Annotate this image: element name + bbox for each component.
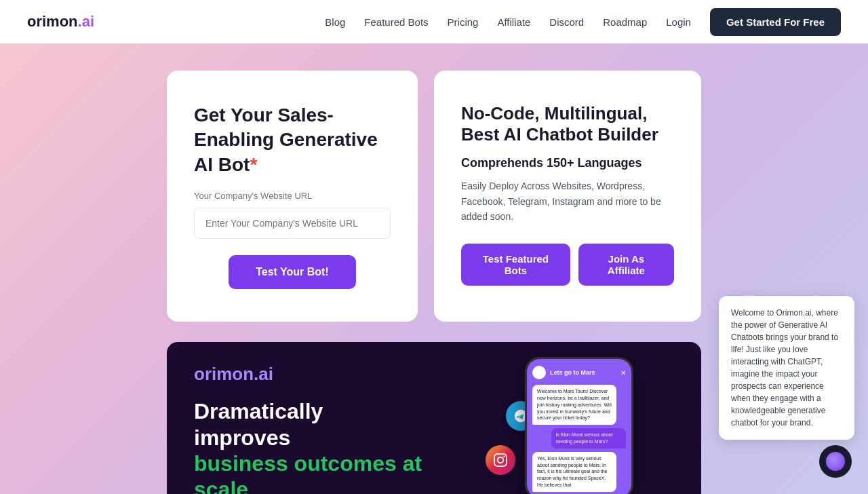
bottom-logo: orimon.ai (194, 364, 425, 385)
left-card-title: Get Your Sales-Enabling Generative AI Bo… (194, 103, 391, 177)
logo-text: orimon.ai (27, 13, 94, 30)
test-featured-bots-button[interactable]: Test Featured Bots (461, 244, 570, 286)
phone-screen: Lets go to Mars ✕ Welcome to Mars Tours!… (527, 359, 631, 494)
right-card: No-Code, Multilingual, Best AI Chatbot B… (434, 71, 701, 322)
nav-roadmap[interactable]: Roadmap (603, 16, 647, 28)
nav-blog[interactable]: Blog (325, 16, 345, 28)
chatbot-bubble: Welcome to Orimon.ai, where the power of… (719, 296, 854, 440)
chatbot-avatar-icon (826, 452, 845, 471)
phone-close-icon: ✕ (620, 369, 626, 377)
join-as-affiliate-button[interactable]: Join As Affiliate (578, 244, 674, 286)
get-started-button[interactable]: Get Started For Free (710, 8, 841, 36)
nav-links: Blog Featured Bots Pricing Affiliate Dis… (325, 8, 841, 36)
card-subtitle: Comprehends 150+ Languages (461, 156, 674, 170)
logo: orimon.ai (27, 13, 94, 31)
instagram-icon (486, 445, 515, 475)
bottom-center-visual: Lets go to Mars ✕ Welcome to Mars Tours!… (438, 364, 674, 494)
nav-affiliate[interactable]: Affiliate (497, 16, 530, 28)
phone-header: Lets go to Mars ✕ (532, 366, 626, 379)
test-bot-button[interactable]: Test Your Bot! (229, 255, 356, 289)
nav-discord[interactable]: Discord (549, 16, 584, 28)
chat-msg-3: Yes, Elon Musk is very serious about sen… (532, 452, 616, 492)
phone-header-title: Lets go to Mars (550, 369, 595, 376)
chatbot-avatar-button[interactable] (819, 445, 852, 478)
chat-msg-1: Welcome to Mars Tours! Discover new hori… (532, 385, 616, 425)
left-card: Get Your Sales-Enabling Generative AI Bo… (167, 71, 418, 322)
navbar: orimon.ai Blog Featured Bots Pricing Aff… (0, 0, 868, 43)
bottom-section: orimon.ai Dramatically improves business… (167, 342, 701, 494)
nav-pricing[interactable]: Pricing (448, 16, 479, 28)
nav-featured-bots[interactable]: Featured Bots (364, 16, 428, 28)
hero-section: Get Your Sales-Enabling Generative AI Bo… (0, 43, 868, 322)
nav-login[interactable]: Login (666, 16, 691, 28)
chat-msg-2: Is Elon Musk serious about sending peopl… (551, 428, 626, 449)
url-input[interactable] (194, 208, 391, 239)
bottom-left-content: orimon.ai Dramatically improves business… (194, 364, 425, 494)
phone-avatar (532, 366, 546, 379)
right-card-buttons: Test Featured Bots Join As Affiliate (461, 244, 674, 286)
phone-mockup: Lets go to Mars ✕ Welcome to Mars Tours!… (525, 357, 633, 494)
url-label: Your Company's Website URL (194, 191, 391, 201)
right-card-title: No-Code, Multilingual, Best AI Chatbot B… (461, 103, 674, 145)
bottom-tagline: Dramatically improves business outcomes … (194, 398, 425, 494)
card-description: Easily Deploy Across Websites, Wordpress… (461, 178, 674, 224)
